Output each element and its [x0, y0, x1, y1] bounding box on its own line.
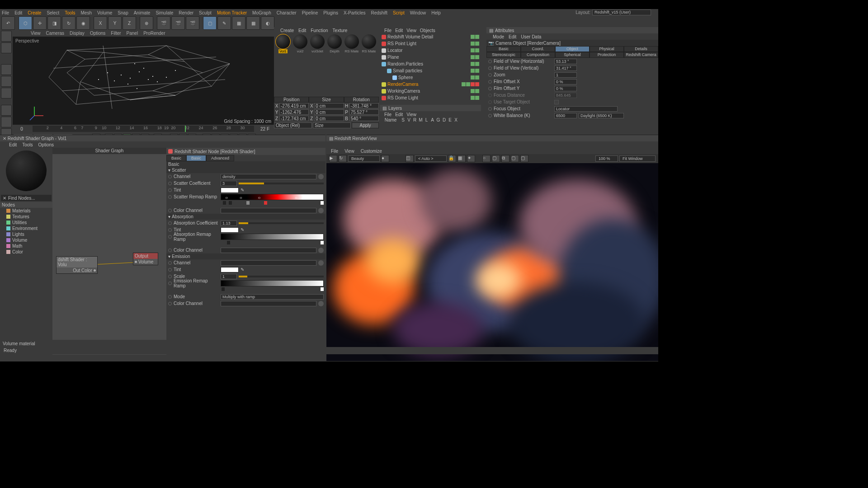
object-row[interactable]: Sphere [380, 74, 481, 81]
cube-button[interactable]: ▢ [203, 16, 217, 30]
abs-coef-input[interactable]: 1.13 [221, 221, 237, 226]
apply-button[interactable]: Apply [352, 122, 379, 128]
rv-crop-button[interactable]: ◫ [406, 155, 414, 162]
om-menu-view[interactable]: View [406, 28, 416, 33]
ly-menu-edit[interactable]: Edit [395, 112, 403, 117]
anim-dot[interactable] [488, 60, 492, 63]
rv-pv-button[interactable]: ▢ [520, 155, 528, 162]
pos-input[interactable]: -172.743 cm [279, 116, 309, 121]
lasso-tool-button[interactable]: ◉ [76, 16, 90, 30]
coord-sys-button[interactable]: ⊕ [140, 16, 153, 30]
tree-item[interactable]: Materials [0, 208, 52, 214]
attr-input[interactable]: 845.645 [554, 93, 577, 98]
anim-dot[interactable] [168, 221, 172, 225]
shader-node[interactable]: dshift Shader : Volu Out Color [56, 256, 98, 274]
object-row[interactable]: Plane [380, 54, 481, 61]
attr-tab[interactable]: Physical [590, 46, 624, 52]
fit-dropdown[interactable]: Fit Window [619, 155, 656, 162]
vp-menu-cameras[interactable]: Cameras [46, 31, 65, 36]
rv-layers-button[interactable]: ▢ [492, 155, 500, 162]
out-color-port[interactable]: Out Color [73, 268, 92, 273]
om-menu-objects[interactable]: Objects [420, 28, 435, 33]
at-menu-user-data[interactable]: User Data [521, 34, 541, 39]
rv-menu-customize[interactable]: Customize [361, 149, 382, 154]
attr-input[interactable]: 6500 [554, 113, 577, 118]
material-thumb[interactable]: vol3det [309, 34, 326, 53]
timeline[interactable]: 0 24679101214161819202224262830 22 F [13, 125, 274, 133]
sh-menu-options[interactable]: Options [38, 142, 54, 147]
rv-circle-button[interactable]: ○ [482, 155, 491, 162]
tree-item[interactable]: Utilities [0, 220, 52, 225]
anim-dot[interactable] [168, 302, 172, 305]
axis-x-button[interactable]: X [94, 16, 107, 30]
rv-menu-view[interactable]: View [344, 149, 354, 154]
coord-mode-dropdown[interactable]: Object (Rel) [274, 122, 312, 128]
menu-edit[interactable]: Edit [14, 10, 22, 15]
material-thumb[interactable]: vol2 [292, 34, 308, 53]
at-menu-edit[interactable]: Edit [509, 34, 516, 39]
size-input[interactable]: 0 cm [314, 116, 344, 121]
attr-input[interactable]: Locator [554, 106, 618, 112]
object-row[interactable]: RS Dome Light [380, 94, 481, 101]
anim-dot[interactable] [488, 87, 492, 90]
anim-dot[interactable] [488, 107, 492, 111]
layout-dropdown[interactable]: Redshift_v15 (User) [592, 9, 651, 15]
menu-tools[interactable]: Tools [65, 10, 75, 15]
sh-menu-edit[interactable]: Edit [9, 142, 17, 147]
object-row[interactable]: Small particles [380, 67, 481, 74]
link-icon[interactable] [318, 174, 324, 179]
tab-basic[interactable]: Basic [166, 155, 186, 161]
select-tool-button[interactable]: ⬡ [19, 16, 32, 30]
tree-item[interactable]: Textures [0, 214, 52, 220]
rot-input[interactable]: -381.748 ° [349, 103, 379, 108]
attr-input[interactable]: 1 [554, 72, 577, 78]
material-thumb[interactable]: Vol1 [275, 34, 291, 53]
anim-dot[interactable] [488, 73, 492, 77]
attr-tab[interactable]: Composition [521, 52, 555, 58]
menu-sculpt[interactable]: Sculpt [199, 10, 212, 15]
layer-col[interactable]: M [418, 117, 423, 122]
ramp-handles[interactable] [221, 287, 324, 293]
anim-dot[interactable] [168, 235, 172, 239]
anim-dot[interactable] [168, 261, 172, 265]
channel-input[interactable] [221, 260, 316, 266]
menu-motion-tracker[interactable]: Motion Tracker [217, 10, 247, 15]
attr-dropdown[interactable]: Daylight (6500 K) [579, 113, 624, 118]
mb-menu-texture[interactable]: Texture [333, 28, 348, 33]
vp-menu-filter[interactable]: Filter [111, 31, 121, 36]
close-icon[interactable]: ✕ [3, 136, 6, 141]
attr-input[interactable]: 0 % [554, 79, 577, 84]
size-input[interactable]: 0 cm [314, 103, 344, 108]
anim-dot[interactable] [168, 249, 172, 252]
menu-redshift[interactable]: Redshift [371, 10, 387, 15]
vp-menu-panel[interactable]: Panel [127, 31, 138, 36]
scale-slider[interactable] [239, 276, 324, 277]
menu-animate[interactable]: Animate [134, 10, 151, 15]
ly-menu-view[interactable]: View [406, 112, 416, 117]
volume-port[interactable]: Volume [138, 259, 153, 264]
scale-input[interactable]: 1 [221, 274, 237, 279]
object-row[interactable]: WorkingCamera [380, 88, 481, 94]
rv-menu-file[interactable]: File [331, 149, 338, 154]
layer-col[interactable]: V [406, 117, 411, 122]
ramp-handles[interactable] [221, 201, 324, 206]
menu-plugins[interactable]: Plugins [323, 10, 338, 15]
attr-input[interactable]: 31.417 ° [554, 66, 577, 71]
tree-item[interactable]: Volume [0, 237, 52, 243]
anim-dot[interactable] [168, 228, 172, 232]
output-node[interactable]: Output Volume [133, 253, 158, 265]
subdivide-button[interactable]: ▦ [232, 16, 245, 30]
pen-button[interactable]: ✎ [217, 16, 231, 30]
rot-input[interactable]: 540 ° [349, 116, 379, 121]
model-mode-button[interactable] [1, 31, 12, 42]
link-icon[interactable] [318, 301, 324, 306]
abs-ramp[interactable]: ○ [221, 234, 324, 240]
attr-tab[interactable]: Details [624, 46, 658, 52]
size-input[interactable]: 0 cm [314, 109, 344, 115]
menu-mesh[interactable]: Mesh [81, 10, 92, 15]
array-button[interactable]: ▦ [246, 16, 260, 30]
anim-dot[interactable] [168, 282, 172, 285]
ramp-handles[interactable] [221, 241, 324, 246]
vp-menu-options[interactable]: Options [90, 31, 105, 36]
layer-col[interactable]: A [430, 117, 435, 122]
